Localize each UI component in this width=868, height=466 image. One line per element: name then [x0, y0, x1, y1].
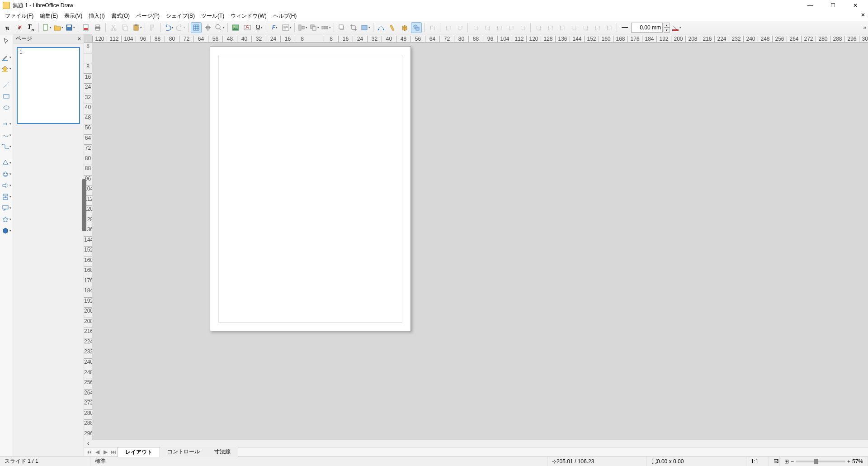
group1-icon[interactable]: ⬚: [427, 22, 438, 33]
page-thumbnail[interactable]: 1: [17, 47, 80, 124]
line-width-input[interactable]: [631, 23, 663, 33]
line-width-down[interactable]: ▾: [664, 28, 670, 33]
line-color-tool[interactable]: [0, 52, 13, 62]
tab-nav-next[interactable]: ▶: [101, 449, 109, 455]
block-arrows-tool[interactable]: [0, 181, 13, 190]
vertical-ruler[interactable]: 8816243240485664728088961041121201281361…: [84, 43, 92, 440]
menu-shape[interactable]: シェイプ(S): [163, 11, 198, 21]
select-tool[interactable]: [0, 36, 13, 46]
gluepoints-button[interactable]: [387, 22, 398, 33]
menu-tools[interactable]: ツール(T): [198, 11, 227, 21]
fill-color-tool[interactable]: [0, 64, 13, 74]
shadow-button[interactable]: [336, 22, 347, 33]
crop-button[interactable]: [348, 22, 359, 33]
status-scale[interactable]: 1:1: [746, 456, 769, 466]
filter-button[interactable]: [360, 22, 371, 33]
align-objects-button[interactable]: [297, 22, 308, 33]
menu-insert[interactable]: 挿入(I): [85, 11, 108, 21]
zoom-slider[interactable]: [796, 461, 845, 462]
formula-cancel-icon[interactable]: π✕: [14, 22, 24, 33]
cut-button[interactable]: [108, 22, 119, 33]
left-panel-handle[interactable]: [82, 179, 86, 231]
group2-icon[interactable]: ⬚: [443, 22, 453, 33]
3dgroup2-icon[interactable]: ⬚: [482, 22, 493, 33]
line-width-icon[interactable]: [619, 22, 630, 33]
page-panel-close-icon[interactable]: ×: [78, 36, 81, 42]
menu-view[interactable]: 表示(V): [61, 11, 85, 21]
redo-button[interactable]: [175, 22, 186, 33]
3dgroup5-icon[interactable]: ⬚: [517, 22, 528, 33]
formula-pi-icon[interactable]: π: [2, 22, 13, 33]
3dgroup10-icon[interactable]: ⬚: [580, 22, 591, 33]
arrange-button[interactable]: [309, 22, 320, 33]
status-save-icon[interactable]: 🖫: [769, 456, 780, 466]
page-surface[interactable]: [210, 46, 411, 331]
flowchart-tool[interactable]: [0, 192, 13, 202]
menu-format[interactable]: 書式(O): [108, 11, 133, 21]
draw-functions-button[interactable]: [411, 22, 422, 33]
3dgroup8-icon[interactable]: ⬚: [557, 22, 567, 33]
horizontal-ruler[interactable]: 1201121049688807264564840322416881624324…: [92, 34, 868, 43]
edit-points-button[interactable]: [376, 22, 387, 33]
status-style[interactable]: 標準: [90, 456, 547, 466]
maximize-button[interactable]: ☐: [826, 1, 840, 10]
status-zoom[interactable]: ⊞ − + 57%: [780, 456, 868, 466]
formula-attr-icon[interactable]: Tπ: [25, 22, 36, 33]
tab-nav-first[interactable]: ⏮: [85, 449, 93, 455]
drawing-canvas[interactable]: [92, 43, 868, 440]
zoom-button[interactable]: [214, 22, 225, 33]
copy-button[interactable]: [120, 22, 131, 33]
3d-tool[interactable]: [0, 226, 13, 236]
3dgroup7-icon[interactable]: ⬚: [545, 22, 556, 33]
tab-nav-last[interactable]: ⏭: [109, 449, 118, 455]
line-width-up[interactable]: ▴: [664, 23, 670, 28]
new-button[interactable]: [41, 22, 52, 33]
group3-icon[interactable]: ⬚: [454, 22, 465, 33]
tab-dimlines[interactable]: 寸法線: [207, 447, 238, 456]
insert-textbox-button[interactable]: A: [242, 22, 253, 33]
paste-button[interactable]: [132, 22, 142, 33]
extrusion-button[interactable]: [399, 22, 410, 33]
snap-guides-button[interactable]: [203, 22, 213, 33]
tab-layout[interactable]: レイアウト: [118, 447, 160, 457]
export-pdf-button[interactable]: [80, 22, 91, 33]
distribute-button[interactable]: [321, 22, 331, 33]
horizontal-scrollbar[interactable]: [84, 440, 868, 447]
curve-tool[interactable]: [0, 130, 13, 140]
3dgroup4-icon[interactable]: ⬚: [505, 22, 516, 33]
3dgroup6-icon[interactable]: ⬚: [533, 22, 544, 33]
undo-button[interactable]: [163, 22, 174, 33]
line-tool[interactable]: [0, 80, 13, 90]
3dgroup11-icon[interactable]: ⬚: [592, 22, 603, 33]
zoom-out-icon[interactable]: −: [791, 458, 794, 465]
menu-edit[interactable]: 編集(E): [37, 11, 61, 21]
zoom-in-icon[interactable]: +: [847, 458, 850, 465]
line-color-button[interactable]: [671, 22, 682, 33]
close-button[interactable]: ✕: [848, 1, 863, 10]
hyperlink-button[interactable]: [281, 22, 292, 33]
clone-format-button[interactable]: [147, 22, 158, 33]
grid-button[interactable]: [191, 22, 202, 33]
3dgroup3-icon[interactable]: ⬚: [494, 22, 505, 33]
fit-page-icon[interactable]: ⊞: [784, 458, 789, 465]
menu-page[interactable]: ページ(P): [133, 11, 163, 21]
tab-nav-prev[interactable]: ◀: [93, 449, 101, 455]
toolbar-overflow-icon[interactable]: »: [863, 24, 866, 31]
save-button[interactable]: [65, 22, 75, 33]
symbol-shapes-tool[interactable]: [0, 169, 13, 179]
insert-image-button[interactable]: [230, 22, 241, 33]
3dgroup9-icon[interactable]: ⬚: [568, 22, 579, 33]
3dgroup1-icon[interactable]: ⬚: [470, 22, 481, 33]
basic-shapes-tool[interactable]: [0, 158, 13, 168]
menu-window[interactable]: ウィンドウ(W): [227, 11, 269, 21]
open-button[interactable]: [53, 22, 64, 33]
fontwork-button[interactable]: F: [269, 22, 280, 33]
callout-tool[interactable]: [0, 203, 13, 213]
stars-tool[interactable]: [0, 214, 13, 224]
document-close-icon[interactable]: ✕: [861, 12, 865, 18]
tab-control[interactable]: コントロール: [160, 447, 207, 456]
insert-special-char-button[interactable]: Ω: [254, 22, 264, 33]
menu-file[interactable]: ファイル(F): [2, 11, 37, 21]
rectangle-tool[interactable]: [0, 91, 13, 101]
connector-tool[interactable]: [0, 142, 13, 152]
